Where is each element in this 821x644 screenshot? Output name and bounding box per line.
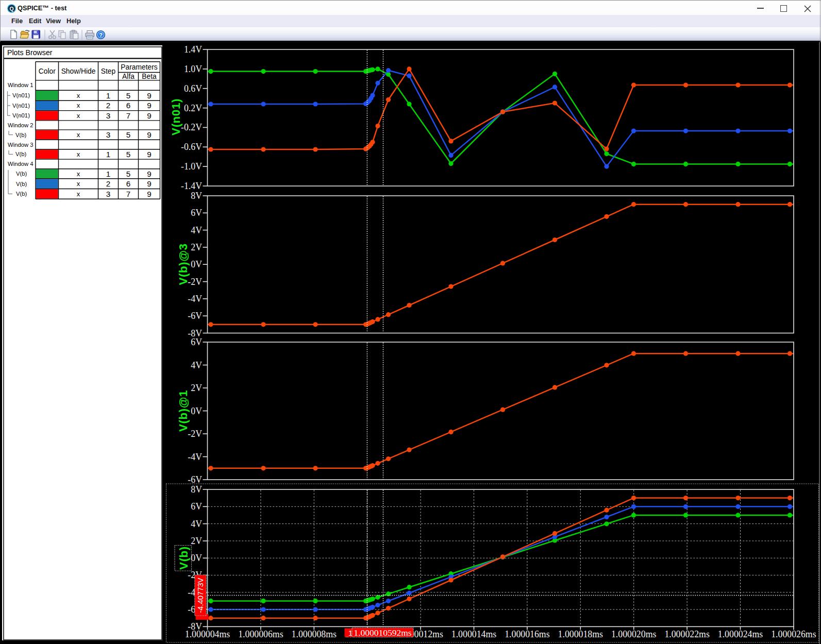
svg-text:V(n01): V(n01) (170, 98, 182, 135)
svg-text:-1.0V: -1.0V (181, 161, 202, 172)
svg-text:5: 5 (126, 150, 130, 159)
svg-text:-2V: -2V (188, 429, 202, 439)
svg-text:1: 1 (106, 91, 110, 100)
svg-text:Parameters: Parameters (121, 63, 157, 71)
svg-text:0V: 0V (191, 259, 202, 269)
svg-text:1: 1 (106, 170, 110, 178)
svg-text:1.4V: 1.4V (184, 44, 202, 55)
svg-text:Alfa: Alfa (122, 73, 135, 80)
svg-text:2V: 2V (191, 242, 202, 252)
svg-text:Step: Step (101, 67, 116, 75)
svg-text:5: 5 (126, 130, 130, 139)
svg-text:0.2V: 0.2V (184, 103, 202, 113)
svg-text:9: 9 (147, 179, 151, 188)
svg-text:5: 5 (126, 91, 130, 100)
svg-text:-6V: -6V (188, 311, 202, 321)
svg-text:0V: 0V (191, 553, 202, 563)
svg-text:1.000022ms: 1.000022ms (664, 629, 710, 639)
svg-text:V(b)@3: V(b)@3 (177, 243, 190, 285)
svg-text:4V: 4V (191, 519, 202, 529)
svg-text:x: x (77, 180, 80, 188)
svg-text:4V: 4V (191, 360, 202, 370)
svg-text:9: 9 (147, 101, 151, 110)
svg-text:5: 5 (126, 170, 130, 178)
svg-text:V(b): V(b) (16, 191, 27, 197)
svg-text:2: 2 (106, 179, 110, 188)
svg-text:Window 2: Window 2 (8, 122, 33, 128)
svg-text:Plots Browser: Plots Browser (7, 48, 53, 57)
svg-text:3: 3 (106, 190, 110, 198)
svg-text:x: x (77, 150, 80, 158)
svg-text:1.000006ms: 1.000006ms (238, 629, 283, 639)
svg-text:2V: 2V (191, 383, 202, 393)
svg-text:9: 9 (147, 150, 151, 159)
svg-text:Color: Color (39, 67, 56, 75)
svg-text:V(b)@1: V(b)@1 (177, 390, 190, 432)
svg-text:Window 4: Window 4 (8, 161, 33, 167)
svg-text:2: 2 (106, 101, 110, 110)
svg-text:V(n01): V(n01) (12, 92, 30, 98)
svg-text:-6V: -6V (188, 474, 202, 485)
svg-text:1.000024ms: 1.000024ms (718, 629, 763, 639)
svg-text:V(n01): V(n01) (12, 103, 30, 109)
svg-text:9: 9 (147, 111, 151, 120)
svg-text:-4V: -4V (188, 294, 202, 304)
svg-text:0.6V: 0.6V (184, 83, 202, 94)
svg-text:6: 6 (126, 101, 130, 110)
svg-text:0V: 0V (191, 406, 202, 416)
svg-text:1.000014ms: 1.000014ms (451, 629, 497, 639)
svg-text:x: x (77, 112, 80, 120)
svg-text:1.000004ms: 1.000004ms (185, 629, 230, 639)
svg-text:Window 1: Window 1 (8, 82, 33, 88)
svg-text:V(b): V(b) (177, 546, 190, 570)
svg-text:x: x (77, 101, 80, 109)
svg-text:V(n01): V(n01) (12, 112, 30, 118)
svg-text:9: 9 (147, 190, 151, 198)
svg-text:1.000016ms: 1.000016ms (505, 629, 550, 639)
svg-text:4V: 4V (191, 225, 202, 235)
svg-text:1.000010592ms: 1.000010592ms (354, 628, 411, 638)
svg-text:7: 7 (126, 111, 130, 120)
svg-text:V(b): V(b) (15, 132, 27, 138)
svg-text:8V: 8V (191, 484, 202, 495)
svg-text:6: 6 (126, 179, 130, 188)
svg-text:3: 3 (106, 130, 110, 139)
svg-text:V(b): V(b) (15, 151, 27, 157)
svg-text:7: 7 (126, 190, 130, 198)
svg-text:x: x (77, 92, 80, 99)
svg-text:1.000026ms: 1.000026ms (771, 629, 816, 639)
svg-text:V(b): V(b) (16, 181, 27, 187)
svg-text:Show/Hide: Show/Hide (61, 67, 96, 75)
svg-text:-1.4V: -1.4V (181, 181, 202, 191)
svg-text:x: x (77, 131, 80, 139)
svg-text:-4.40773V: -4.40773V (196, 578, 205, 613)
svg-text:1.0V: 1.0V (184, 64, 202, 74)
svg-text:9: 9 (147, 170, 151, 178)
svg-text:x: x (77, 170, 80, 178)
svg-text:1.000008ms: 1.000008ms (292, 629, 337, 639)
svg-text:1.000020ms: 1.000020ms (611, 629, 657, 639)
svg-text:-4V: -4V (188, 452, 202, 462)
svg-text:1: 1 (106, 150, 110, 159)
svg-text:6V: 6V (191, 501, 202, 512)
svg-text:2V: 2V (191, 536, 202, 546)
svg-text:9: 9 (147, 130, 151, 139)
svg-text:x: x (77, 190, 80, 198)
svg-text:1.000018ms: 1.000018ms (558, 629, 604, 639)
svg-text:6V: 6V (191, 337, 202, 347)
svg-text:3: 3 (106, 111, 110, 120)
svg-text:8V: 8V (191, 191, 202, 201)
svg-text:-0.6V: -0.6V (181, 142, 202, 152)
svg-text:V(b): V(b) (16, 171, 27, 177)
svg-text:-0.2V: -0.2V (181, 122, 202, 132)
svg-text:Beta: Beta (142, 73, 157, 80)
svg-text:9: 9 (147, 91, 151, 100)
svg-text:Window 3: Window 3 (8, 142, 33, 148)
svg-text:-2V: -2V (188, 277, 202, 287)
svg-text:6V: 6V (191, 208, 202, 218)
